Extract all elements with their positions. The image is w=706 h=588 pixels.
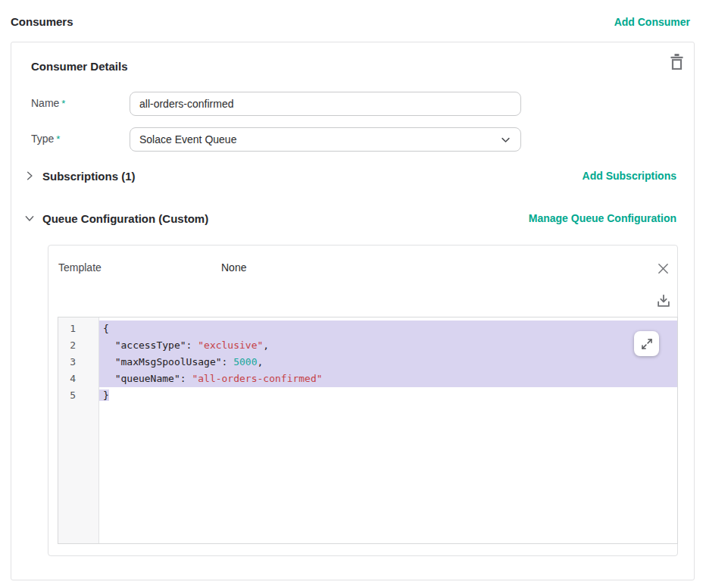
required-marker: * [61, 98, 65, 109]
line-number: 5 [58, 387, 98, 404]
close-panel-button[interactable] [654, 260, 671, 277]
code-token: , [258, 356, 264, 368]
line-number: 3 [58, 354, 98, 371]
code-token: "queueName": [103, 373, 192, 384]
download-configuration-button[interactable] [654, 291, 673, 311]
expand-editor-button[interactable] [634, 331, 659, 356]
code-line[interactable]: "queueName": "all-orders-confirmed" [99, 371, 677, 387]
editor-gutter: 12345 [58, 317, 99, 543]
json-code-editor[interactable]: 12345 { "accessType": "exclusive", "maxM… [58, 317, 678, 544]
queue-configuration-panel: Template None 12345 { "accessType": "exc… [48, 245, 678, 556]
line-number: 4 [58, 371, 98, 387]
add-consumer-button[interactable]: Add Consumer [614, 16, 690, 28]
type-select-value: Solace Event Queue [139, 133, 236, 145]
card-title: Consumer Details [31, 60, 128, 73]
expand-icon [640, 337, 654, 351]
code-token: "all-orders-confirmed" [192, 373, 322, 384]
code-token: } [103, 389, 109, 401]
name-input[interactable] [130, 92, 521, 116]
page-title: Consumers [11, 15, 73, 28]
template-value: None [221, 261, 246, 274]
code-line[interactable]: "accessType": "exclusive", [99, 337, 677, 354]
chevron-right-icon[interactable] [23, 170, 36, 182]
subscriptions-section-label: Subscriptions (1) [42, 170, 136, 183]
code-token: { [103, 323, 109, 334]
chevron-down-icon [500, 134, 511, 145]
code-token: "exclusive" [198, 339, 263, 351]
download-icon [655, 292, 672, 309]
code-line[interactable]: } [99, 387, 677, 404]
type-field-label: Type* [31, 127, 60, 151]
editor-code[interactable]: { "accessType": "exclusive", "maxMsgSpoo… [99, 317, 677, 543]
code-token: , [263, 339, 269, 351]
chevron-down-icon[interactable] [23, 212, 36, 224]
queue-configuration-section-label: Queue Configuration (Custom) [42, 212, 208, 225]
code-token: 5000 [233, 356, 257, 368]
delete-consumer-button[interactable] [667, 52, 686, 71]
trash-icon [670, 54, 684, 70]
consumer-details-card: Consumer Details Name* Type* Solace Even… [11, 42, 695, 580]
code-line[interactable]: { [99, 321, 677, 337]
type-select[interactable]: Solace Event Queue [130, 127, 521, 152]
code-token: "accessType": [103, 339, 198, 351]
add-subscriptions-button[interactable]: Add Subscriptions [583, 170, 676, 182]
queue-configuration-section-toggle[interactable]: Queue Configuration (Custom) Manage Queu… [23, 211, 676, 226]
code-line[interactable]: "maxMsgSpoolUsage": 5000, [99, 354, 677, 371]
required-marker: * [56, 133, 60, 145]
code-token: "maxMsgSpoolUsage": [103, 356, 233, 368]
name-field-label: Name* [31, 92, 65, 115]
manage-queue-configuration-button[interactable]: Manage Queue Configuration [529, 212, 676, 224]
line-number: 2 [58, 337, 98, 354]
line-number: 1 [58, 321, 98, 337]
subscriptions-section-toggle[interactable]: Subscriptions (1) Add Subscriptions [23, 168, 676, 183]
template-label: Template [58, 261, 102, 274]
close-icon [657, 262, 670, 275]
